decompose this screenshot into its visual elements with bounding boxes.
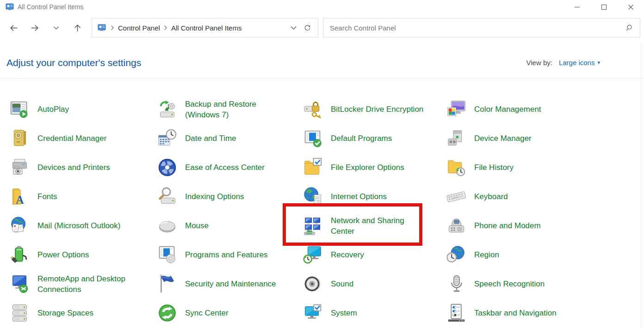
control-panel-item[interactable]: Recovery bbox=[300, 240, 443, 269]
devices-printers-icon bbox=[9, 157, 30, 178]
item-label: Keyboard bbox=[474, 191, 508, 202]
control-panel-item[interactable]: Internet Options bbox=[300, 182, 443, 211]
control-panel-item[interactable]: Taskbar and Navigation bbox=[443, 298, 644, 328]
view-by-value: Large icons bbox=[559, 59, 595, 67]
programs-features-icon bbox=[157, 244, 178, 265]
control-panel-item[interactable]: Credential Manager bbox=[6, 124, 154, 153]
title-bar: All Control Panel Items bbox=[0, 0, 644, 14]
maximize-button[interactable] bbox=[590, 0, 617, 14]
address-dropdown-chevron-icon[interactable] bbox=[286, 21, 300, 35]
mouse-icon bbox=[157, 215, 178, 236]
item-label: Power Options bbox=[37, 249, 89, 260]
internet-options-icon bbox=[303, 186, 323, 207]
control-panel-item[interactable]: Storage Spaces bbox=[6, 298, 154, 328]
item-label: Recovery bbox=[331, 249, 364, 260]
page-title: Adjust your computer's settings bbox=[6, 57, 141, 68]
item-label: Sync Center bbox=[185, 308, 229, 318]
control-panel-item[interactable]: Programs and Features bbox=[154, 240, 300, 269]
control-panel-item[interactable]: File Explorer Options bbox=[300, 153, 443, 182]
control-panel-item[interactable]: Device Manager bbox=[443, 124, 644, 153]
item-label: Backup and Restore(Windows 7) bbox=[185, 99, 256, 120]
control-panel-items-grid: AutoPlayBackup and Restore(Windows 7)Bit… bbox=[6, 95, 644, 328]
control-panel-item[interactable]: Backup and Restore(Windows 7) bbox=[154, 95, 300, 124]
close-button[interactable] bbox=[617, 0, 644, 14]
caret-down-icon: ▾ bbox=[597, 60, 600, 66]
control-panel-item[interactable]: Keyboard bbox=[443, 182, 644, 211]
storage-spaces-icon bbox=[9, 303, 30, 323]
system-icon bbox=[303, 303, 323, 323]
item-label: Ease of Access Center bbox=[185, 162, 265, 173]
item-label: File Explorer Options bbox=[331, 162, 404, 173]
autoplay-icon bbox=[9, 99, 30, 120]
control-panel-item[interactable]: System bbox=[300, 298, 443, 328]
item-label: Fonts bbox=[37, 191, 57, 202]
item-label: Network and SharingCenter bbox=[331, 215, 404, 237]
scrollbar-track[interactable] bbox=[641, 43, 641, 328]
control-panel-item[interactable]: Sound bbox=[300, 269, 443, 298]
item-label: Indexing Options bbox=[185, 191, 244, 202]
recovery-icon bbox=[303, 244, 323, 265]
control-panel-item[interactable]: Color Management bbox=[443, 95, 644, 124]
address-bar[interactable]: Control Panel All Control Panel Items bbox=[92, 18, 318, 37]
back-button[interactable] bbox=[6, 20, 21, 36]
bitlocker-icon bbox=[303, 99, 323, 120]
taskbar-navigation-icon bbox=[446, 303, 467, 323]
minimize-button[interactable] bbox=[564, 0, 590, 14]
control-panel-item[interactable]: AutoPlay bbox=[6, 95, 154, 124]
control-panel-item[interactable]: Ease of Access Center bbox=[154, 153, 300, 182]
ease-of-access-icon bbox=[157, 157, 178, 178]
view-by-dropdown[interactable]: Large icons ▾ bbox=[559, 59, 600, 67]
control-panel-item[interactable]: BitLocker Drive Encryption bbox=[300, 95, 443, 124]
breadcrumb-all-control-panel-items[interactable]: All Control Panel Items bbox=[169, 24, 244, 32]
control-panel-item[interactable]: File History bbox=[443, 153, 644, 182]
control-panel-item[interactable]: Default Programs bbox=[300, 124, 443, 153]
date-time-icon bbox=[157, 128, 178, 149]
default-programs-icon bbox=[303, 128, 323, 149]
item-label: Default Programs bbox=[331, 133, 392, 144]
control-panel-item[interactable]: Indexing Options bbox=[154, 182, 300, 211]
item-label: Sound bbox=[331, 279, 353, 289]
control-panel-item[interactable]: Devices and Printers bbox=[6, 153, 154, 182]
svg-text:A: A bbox=[16, 194, 24, 206]
mail-icon bbox=[9, 215, 30, 236]
region-icon bbox=[446, 244, 467, 265]
item-label: Phone and Modem bbox=[474, 220, 541, 231]
search-input[interactable] bbox=[330, 24, 625, 32]
control-panel-item[interactable]: Mouse bbox=[154, 211, 300, 240]
control-panel-item[interactable]: Region bbox=[443, 240, 644, 269]
item-label: File History bbox=[474, 162, 514, 173]
breadcrumb-control-panel[interactable]: Control Panel bbox=[116, 24, 162, 32]
view-by-control: View by: Large icons ▾ bbox=[526, 59, 600, 67]
fonts-icon: A bbox=[9, 186, 30, 207]
control-panel-item[interactable]: Sync Center bbox=[154, 298, 300, 328]
backup-restore-icon bbox=[157, 99, 178, 120]
device-manager-icon bbox=[446, 128, 467, 149]
control-panel-item[interactable]: Date and Time bbox=[154, 124, 300, 153]
item-label: AutoPlay bbox=[37, 104, 69, 115]
chevron-right-icon bbox=[110, 25, 115, 30]
power-options-icon bbox=[9, 244, 30, 265]
recent-locations-chevron-icon[interactable] bbox=[48, 20, 64, 36]
control-panel-item[interactable]: Speech Recognition bbox=[443, 269, 644, 298]
item-label: Region bbox=[474, 249, 499, 260]
page-header: Adjust your computer's settings View by:… bbox=[0, 42, 644, 79]
chevron-right-icon bbox=[163, 25, 168, 30]
control-panel-item[interactable]: Power Options bbox=[6, 240, 154, 269]
item-label: Device Manager bbox=[474, 133, 532, 144]
control-panel-item[interactable]: Phone and Modem bbox=[443, 211, 644, 240]
refresh-button[interactable] bbox=[300, 21, 314, 35]
control-panel-item[interactable]: Network and SharingCenter bbox=[300, 211, 443, 240]
control-panel-item[interactable]: Mail (Microsoft Outlook) bbox=[6, 211, 154, 240]
control-panel-item[interactable]: Security and Maintenance bbox=[154, 269, 300, 298]
item-label: Devices and Printers bbox=[37, 162, 110, 173]
search-box[interactable] bbox=[323, 18, 640, 37]
search-icon[interactable] bbox=[625, 24, 633, 32]
credential-manager-icon bbox=[9, 128, 30, 149]
control-panel-item[interactable]: AFonts bbox=[6, 182, 154, 211]
view-by-label: View by: bbox=[526, 59, 552, 67]
item-label: Mouse bbox=[185, 220, 209, 231]
up-button[interactable] bbox=[69, 20, 85, 36]
item-label: Programs and Features bbox=[185, 249, 268, 260]
forward-button[interactable] bbox=[27, 20, 43, 36]
control-panel-item[interactable]: RemoteApp and DesktopConnections bbox=[6, 269, 154, 298]
